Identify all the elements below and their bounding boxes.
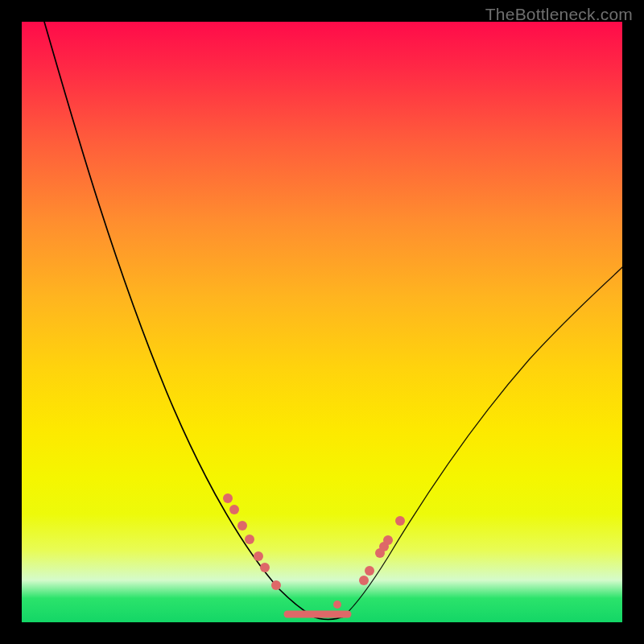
svg-point-0 bbox=[223, 493, 233, 503]
svg-point-1 bbox=[229, 505, 239, 514]
markers-right-beads bbox=[359, 516, 405, 585]
watermark: TheBottleneck.com bbox=[485, 5, 633, 24]
plot-area bbox=[22, 22, 622, 622]
svg-point-5 bbox=[260, 563, 270, 572]
svg-point-2 bbox=[237, 521, 247, 530]
svg-point-4 bbox=[254, 551, 263, 561]
svg-point-3 bbox=[245, 535, 254, 544]
svg-point-11 bbox=[383, 535, 393, 545]
markers-left-beads bbox=[223, 493, 281, 590]
curve-right-lobe bbox=[342, 267, 622, 617]
svg-point-12 bbox=[395, 516, 405, 526]
chart-frame: TheBottleneck.com bbox=[0, 0, 644, 644]
marker-center-dot bbox=[333, 601, 341, 609]
svg-point-6 bbox=[271, 580, 281, 590]
svg-point-8 bbox=[365, 566, 374, 576]
curve-left-lobe bbox=[44, 22, 316, 617]
svg-point-7 bbox=[359, 576, 369, 585]
chart-svg bbox=[22, 22, 622, 622]
